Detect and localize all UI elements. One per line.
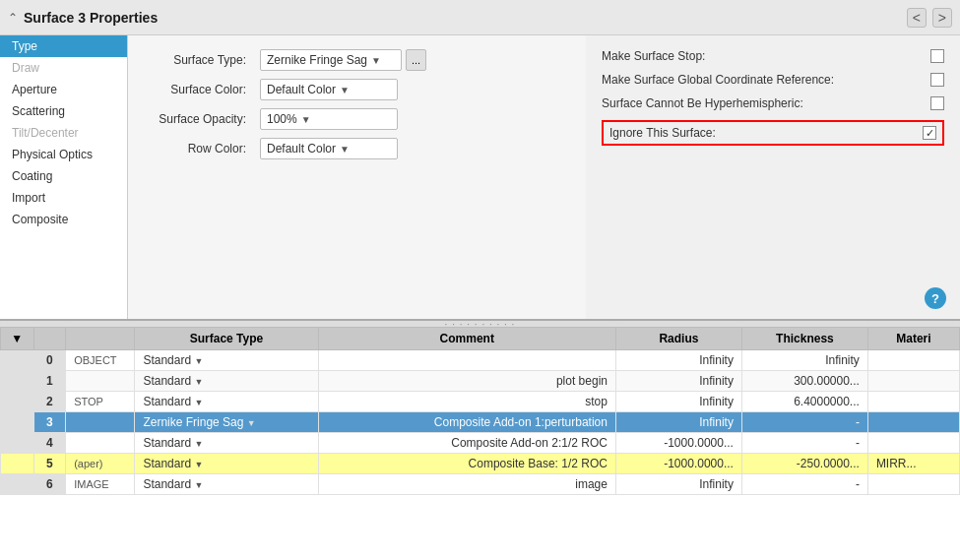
table-row[interactable]: 0OBJECTStandard ▼InfinityInfinity	[1, 350, 960, 371]
dropdown-arrow-color-icon: ▼	[340, 85, 350, 95]
row-material-cell[interactable]	[867, 392, 959, 412]
table-row[interactable]: 6IMAGEStandard ▼imageInfinity-	[1, 474, 960, 495]
sidebar-item-type[interactable]: Type	[0, 35, 127, 57]
col-header-thickness[interactable]: Thickness	[741, 328, 867, 350]
row-radius-cell[interactable]: -1000.0000...	[615, 433, 741, 454]
sidebar-item-scattering[interactable]: Scattering	[0, 100, 127, 122]
make-global-ref-label: Make Surface Global Coordinate Reference…	[602, 73, 925, 87]
row-radius-cell[interactable]: -1000.0000...	[615, 454, 741, 474]
row-index-cell: 4	[33, 433, 66, 454]
row-comment-cell: Composite Base: 1/2 ROC	[318, 454, 615, 474]
row-surface-type-cell[interactable]: Zernike Fringe Sag ▼	[135, 412, 318, 433]
dropdown-arrow-rowcolor-icon: ▼	[340, 144, 350, 155]
surface-table: ▼ Surface Type Comment Radius Thickness …	[0, 327, 960, 495]
row-surface-type-cell[interactable]: Standard ▼	[135, 350, 318, 371]
dropdown-arrow-opacity-icon: ▼	[301, 114, 311, 125]
sidebar-item-coating[interactable]: Coating	[0, 165, 127, 187]
make-surface-stop-checkbox[interactable]	[930, 49, 944, 63]
row-surface-type-cell[interactable]: Standard ▼	[135, 392, 318, 412]
table-row[interactable]: 1Standard ▼plot beginInfinity300.00000..…	[1, 371, 960, 392]
row-material-cell[interactable]	[867, 412, 959, 433]
row-thickness-cell[interactable]: 6.4000000...	[741, 392, 867, 412]
col-header-label	[66, 328, 135, 350]
row-thickness-cell[interactable]: -	[741, 474, 867, 495]
row-label-cell: IMAGE	[66, 474, 135, 495]
surface-type-label: Surface Type:	[144, 53, 252, 67]
table-header-row: ▼ Surface Type Comment Radius Thickness …	[1, 328, 960, 350]
table-row[interactable]: 3Zernike Fringe Sag ▼Composite Add-on 1:…	[1, 412, 960, 433]
surface-type-dropdown[interactable]: Zernike Fringe Sag ▼	[260, 49, 402, 71]
row-radius-cell[interactable]: Infinity	[615, 392, 741, 412]
sidebar-item-tiltdecenter: Tilt/Decenter	[0, 122, 127, 144]
row-thickness-cell[interactable]: 300.00000...	[741, 371, 867, 392]
row-surface-type-cell[interactable]: Standard ▼	[135, 454, 318, 474]
collapse-icon[interactable]: ⌃	[8, 11, 18, 25]
row-thickness-cell[interactable]: -	[741, 412, 867, 433]
row-collapse-cell	[1, 371, 34, 392]
dropdown-arrow-icon: ▼	[371, 55, 381, 66]
row-material-cell[interactable]	[867, 474, 959, 495]
row-surface-type-cell[interactable]: Standard ▼	[135, 474, 318, 495]
table-body: 0OBJECTStandard ▼InfinityInfinity1Standa…	[1, 350, 960, 495]
cannot-be-hemispheric-row: Surface Cannot Be Hyperhemispheric:	[602, 96, 944, 110]
main-container: Type Draw Aperture Scattering Tilt/Decen…	[0, 35, 960, 560]
sidebar-item-physicaloptics[interactable]: Physical Optics	[0, 144, 127, 165]
sidebar-item-aperture[interactable]: Aperture	[0, 79, 127, 100]
prev-button[interactable]: <	[907, 8, 927, 28]
ignore-surface-checkbox[interactable]: ✓	[923, 126, 936, 140]
row-collapse-cell	[1, 350, 34, 371]
col-header-material[interactable]: Materi	[867, 328, 959, 350]
surface-color-dropdown[interactable]: Default Color ▼	[260, 79, 398, 100]
sidebar-item-import[interactable]: Import	[0, 187, 127, 209]
row-thickness-cell[interactable]: Infinity	[741, 350, 867, 371]
row-color-dropdown[interactable]: Default Color ▼	[260, 138, 398, 159]
surface-color-row: Surface Color: Default Color ▼	[144, 79, 570, 100]
row-comment-cell: stop	[318, 392, 615, 412]
row-index-cell: 5	[33, 454, 66, 474]
table-row[interactable]: 2STOPStandard ▼stopInfinity6.4000000...	[1, 392, 960, 412]
make-global-ref-row: Make Surface Global Coordinate Reference…	[602, 73, 944, 87]
window-title: Surface 3 Properties	[24, 10, 901, 26]
row-comment-cell: Composite Add-on 1:perturbation	[318, 412, 615, 433]
row-material-cell[interactable]	[867, 433, 959, 454]
cannot-be-hemispheric-checkbox[interactable]	[930, 96, 944, 110]
ignore-surface-row: Ignore This Surface: ✓	[602, 120, 944, 146]
col-header-radius[interactable]: Radius	[615, 328, 741, 350]
row-surface-type-cell[interactable]: Standard ▼	[135, 371, 318, 392]
row-material-cell[interactable]	[867, 350, 959, 371]
make-global-ref-checkbox[interactable]	[930, 73, 944, 87]
surface-opacity-dropdown[interactable]: 100% ▼	[260, 108, 398, 130]
row-collapse-cell	[1, 433, 34, 454]
surface-type-dots-button[interactable]: ...	[406, 49, 426, 71]
row-radius-cell[interactable]: Infinity	[615, 474, 741, 495]
row-collapse-cell	[1, 454, 34, 474]
col-header-comment[interactable]: Comment	[318, 328, 615, 350]
row-thickness-cell[interactable]: -	[741, 433, 867, 454]
row-thickness-cell[interactable]: -250.0000...	[741, 454, 867, 474]
form-content: Surface Type: Zernike Fringe Sag ▼ ... S…	[128, 35, 586, 319]
row-radius-cell[interactable]: Infinity	[615, 371, 741, 392]
next-button[interactable]: >	[932, 8, 952, 28]
make-surface-stop-row: Make Surface Stop:	[602, 49, 944, 63]
row-radius-cell[interactable]: Infinity	[615, 350, 741, 371]
row-comment-cell	[318, 350, 615, 371]
sidebar-item-composite[interactable]: Composite	[0, 209, 127, 230]
row-material-cell[interactable]	[867, 371, 959, 392]
row-comment-cell: plot begin	[318, 371, 615, 392]
row-surface-type-cell[interactable]: Standard ▼	[135, 433, 318, 454]
col-header-surface-type[interactable]: Surface Type	[135, 328, 318, 350]
surface-color-label: Surface Color:	[144, 83, 252, 96]
help-button[interactable]: ?	[925, 287, 946, 309]
table-row[interactable]: 5(aper)Standard ▼Composite Base: 1/2 ROC…	[1, 454, 960, 474]
make-surface-stop-label: Make Surface Stop:	[602, 49, 925, 63]
row-label-cell: OBJECT	[66, 350, 135, 371]
row-material-cell[interactable]: MIRR...	[867, 454, 959, 474]
surface-type-input: Zernike Fringe Sag ▼ ...	[260, 49, 426, 71]
row-radius-cell[interactable]: Infinity	[615, 412, 741, 433]
table-row[interactable]: 4Standard ▼Composite Add-on 2:1/2 ROC-10…	[1, 433, 960, 454]
row-index-cell: 0	[33, 350, 66, 371]
surface-opacity-label: Surface Opacity:	[144, 112, 252, 126]
sidebar-item-draw: Draw	[0, 57, 127, 79]
table-container: ▼ Surface Type Comment Radius Thickness …	[0, 327, 960, 560]
top-content-wrapper: Surface Type: Zernike Fringe Sag ▼ ... S…	[128, 35, 960, 319]
